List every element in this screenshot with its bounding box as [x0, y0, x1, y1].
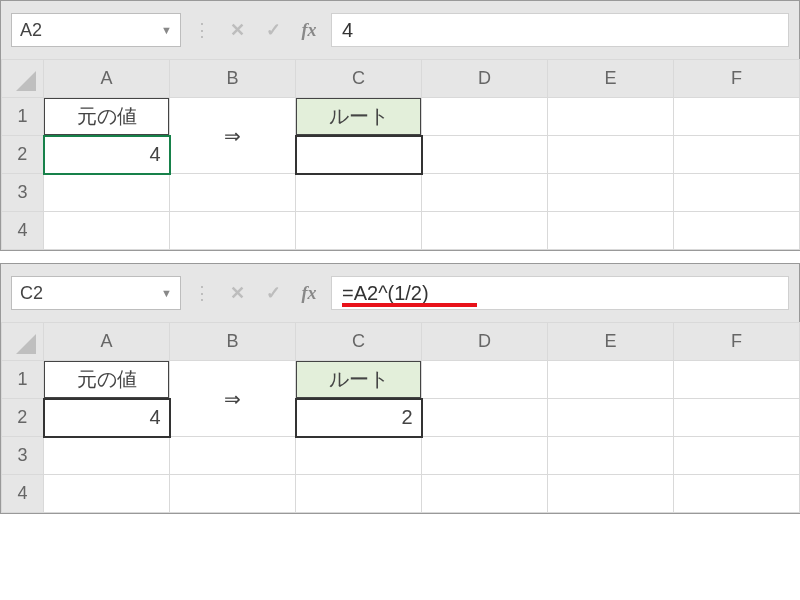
cell[interactable]: [422, 136, 548, 174]
col-header[interactable]: B: [170, 323, 296, 361]
cell[interactable]: [422, 475, 548, 513]
grid[interactable]: A B C D E F 1 元の値 ⇒ ルート 2 4 2: [1, 322, 800, 513]
cell[interactable]: [548, 475, 674, 513]
cell[interactable]: [674, 98, 800, 136]
svg-marker-1: [16, 334, 36, 354]
select-all-corner[interactable]: [2, 60, 44, 98]
col-header[interactable]: C: [296, 60, 422, 98]
cell[interactable]: [296, 475, 422, 513]
cell-B-arrow[interactable]: ⇒: [170, 361, 296, 437]
cell[interactable]: [296, 174, 422, 212]
cell[interactable]: [548, 437, 674, 475]
cell[interactable]: [548, 399, 674, 437]
cell[interactable]: [548, 98, 674, 136]
cell[interactable]: [44, 475, 170, 513]
cell-B-arrow[interactable]: ⇒: [170, 98, 296, 174]
enter-icon[interactable]: ✓: [259, 16, 287, 44]
col-header[interactable]: E: [548, 60, 674, 98]
col-header[interactable]: D: [422, 323, 548, 361]
sheet-area: A B C D E F 1 元の値 ⇒ ルート 2 4 2: [1, 322, 799, 513]
formula-input[interactable]: =A2^(1/2): [331, 276, 789, 310]
cell[interactable]: [44, 437, 170, 475]
cell[interactable]: [674, 361, 800, 399]
cell[interactable]: [674, 212, 800, 250]
chevron-down-icon[interactable]: ▼: [161, 287, 172, 299]
cell[interactable]: [548, 361, 674, 399]
fx-icon[interactable]: fx: [295, 16, 323, 44]
cell[interactable]: [296, 212, 422, 250]
cancel-icon[interactable]: ✕: [223, 279, 251, 307]
formula-bar: A2 ▼ ⋮ ✕ ✓ fx 4: [1, 1, 799, 59]
col-header[interactable]: B: [170, 60, 296, 98]
row-header[interactable]: 3: [2, 437, 44, 475]
pane-gap: [0, 251, 800, 263]
col-header[interactable]: C: [296, 323, 422, 361]
table-row: 2 4 2: [2, 399, 800, 437]
pane-top: A2 ▼ ⋮ ✕ ✓ fx 4 A B C D E F: [0, 0, 800, 251]
cell[interactable]: [422, 437, 548, 475]
row-header[interactable]: 2: [2, 399, 44, 437]
cell[interactable]: [674, 475, 800, 513]
cell-C1[interactable]: ルート: [296, 361, 422, 399]
cell[interactable]: [296, 437, 422, 475]
cell[interactable]: [170, 475, 296, 513]
col-header[interactable]: A: [44, 60, 170, 98]
col-header[interactable]: D: [422, 60, 548, 98]
row-header[interactable]: 4: [2, 475, 44, 513]
row-header[interactable]: 1: [2, 98, 44, 136]
formula-text: 4: [342, 19, 353, 42]
cell[interactable]: [422, 399, 548, 437]
cell[interactable]: [44, 212, 170, 250]
row-header[interactable]: 1: [2, 361, 44, 399]
name-box[interactable]: C2 ▼: [11, 276, 181, 310]
cell[interactable]: [548, 136, 674, 174]
row-header[interactable]: 4: [2, 212, 44, 250]
formula-input[interactable]: 4: [331, 13, 789, 47]
cell[interactable]: [674, 437, 800, 475]
chevron-down-icon[interactable]: ▼: [161, 24, 172, 36]
pane-bottom: C2 ▼ ⋮ ✕ ✓ fx =A2^(1/2) A B C D E: [0, 263, 800, 514]
cell-A2[interactable]: 4: [44, 136, 170, 174]
cell[interactable]: [170, 437, 296, 475]
col-header[interactable]: A: [44, 323, 170, 361]
cell[interactable]: [170, 212, 296, 250]
cell-A2[interactable]: 4: [44, 399, 170, 437]
cell-A1[interactable]: 元の値: [44, 98, 170, 136]
cell[interactable]: [548, 174, 674, 212]
cell-C1[interactable]: ルート: [296, 98, 422, 136]
cell[interactable]: [422, 98, 548, 136]
cell-text: 2: [401, 406, 412, 428]
cancel-icon[interactable]: ✕: [223, 16, 251, 44]
fx-icon[interactable]: fx: [295, 279, 323, 307]
table-row: 3: [2, 437, 800, 475]
cell[interactable]: [674, 136, 800, 174]
col-header[interactable]: F: [674, 60, 800, 98]
cell[interactable]: [674, 399, 800, 437]
cell[interactable]: [422, 361, 548, 399]
col-header[interactable]: E: [548, 323, 674, 361]
cell[interactable]: [44, 174, 170, 212]
column-header-row: A B C D E F: [2, 323, 800, 361]
cell[interactable]: [170, 174, 296, 212]
enter-icon[interactable]: ✓: [259, 279, 287, 307]
cell-C2[interactable]: [296, 136, 422, 174]
cell-A1[interactable]: 元の値: [44, 361, 170, 399]
table-row: 3: [2, 174, 800, 212]
cell[interactable]: [674, 174, 800, 212]
cell[interactable]: [422, 212, 548, 250]
row-header[interactable]: 3: [2, 174, 44, 212]
select-all-corner[interactable]: [2, 323, 44, 361]
table-row: 1 元の値 ⇒ ルート: [2, 361, 800, 399]
col-header[interactable]: F: [674, 323, 800, 361]
row-header[interactable]: 2: [2, 136, 44, 174]
table-row: 4: [2, 212, 800, 250]
cell[interactable]: [422, 174, 548, 212]
name-box[interactable]: A2 ▼: [11, 13, 181, 47]
cell[interactable]: [548, 212, 674, 250]
separator-icon: ⋮: [189, 282, 215, 304]
grid[interactable]: A B C D E F 1 元の値 ⇒ ルート 2 4: [1, 59, 800, 250]
svg-marker-0: [16, 71, 36, 91]
cell-text: 4: [149, 143, 160, 165]
table-row: 2 4: [2, 136, 800, 174]
cell-C2[interactable]: 2: [296, 399, 422, 437]
